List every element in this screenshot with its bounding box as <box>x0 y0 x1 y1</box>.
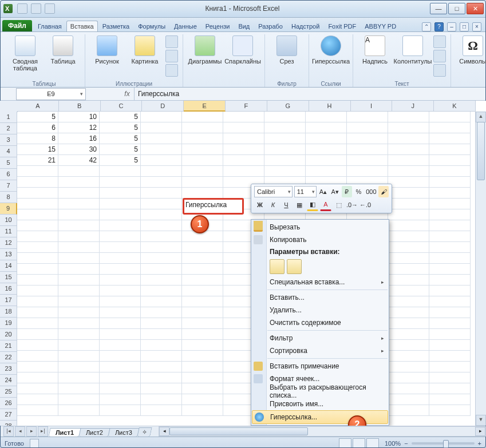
cell[interactable] <box>17 296 58 307</box>
cell[interactable] <box>388 340 429 351</box>
cell[interactable] <box>58 209 100 220</box>
cell[interactable] <box>388 307 429 318</box>
cell[interactable] <box>264 166 306 177</box>
headerfooter-button[interactable]: Колонтитулы <box>396 34 430 65</box>
accounting-format-icon[interactable]: ₽ <box>342 186 352 197</box>
horizontal-scrollbar[interactable]: ◂ ▸ <box>159 426 486 437</box>
cell[interactable]: 16 <box>58 133 100 144</box>
cell[interactable]: 5 <box>100 122 141 133</box>
cell[interactable] <box>429 242 471 253</box>
cell[interactable] <box>58 242 100 253</box>
cell[interactable] <box>141 155 182 166</box>
cell[interactable] <box>429 209 471 220</box>
ctx-clear[interactable]: Очистить содержимое <box>251 316 389 329</box>
cell[interactable] <box>100 394 141 405</box>
cell[interactable] <box>100 188 141 199</box>
cell[interactable] <box>429 155 471 166</box>
row-header[interactable]: 3 <box>0 134 17 146</box>
tab-home[interactable]: Главная <box>34 21 66 31</box>
select-all-corner[interactable] <box>0 101 18 112</box>
cell[interactable] <box>347 166 388 177</box>
cell[interactable] <box>100 329 141 340</box>
cell[interactable] <box>141 188 182 199</box>
cell[interactable] <box>182 264 223 275</box>
cell[interactable] <box>264 144 306 155</box>
cell[interactable] <box>58 329 100 340</box>
cell[interactable] <box>17 362 58 372</box>
cell[interactable] <box>388 286 429 296</box>
cell[interactable] <box>429 296 471 307</box>
row-header[interactable]: 1 <box>0 112 17 123</box>
cell[interactable] <box>182 362 223 372</box>
cell[interactable] <box>17 253 58 264</box>
cell[interactable] <box>306 112 347 122</box>
cell[interactable] <box>182 329 223 340</box>
cell[interactable] <box>388 296 429 307</box>
shrink-font-icon[interactable]: A▾ <box>330 186 340 197</box>
cell[interactable] <box>306 144 347 155</box>
cell[interactable] <box>100 296 141 307</box>
cell[interactable] <box>429 275 471 286</box>
row-header[interactable]: 20 <box>0 329 17 340</box>
cell[interactable] <box>388 362 429 372</box>
cell[interactable] <box>100 209 141 220</box>
cell[interactable] <box>429 340 471 351</box>
cell[interactable] <box>141 112 182 122</box>
cell[interactable] <box>58 296 100 307</box>
cell[interactable] <box>429 188 471 199</box>
cell[interactable] <box>388 166 429 177</box>
ctx-insert[interactable]: Вставить... <box>251 291 389 304</box>
cell[interactable]: 15 <box>17 144 58 155</box>
sheet-tab-2[interactable]: Лист2 <box>79 428 110 437</box>
macro-record-icon[interactable] <box>30 439 39 448</box>
cell[interactable] <box>100 264 141 275</box>
cell[interactable] <box>182 188 223 199</box>
new-sheet-button[interactable]: ✧ <box>137 427 152 437</box>
minimize-button[interactable]: — <box>430 3 447 14</box>
picture-button[interactable]: Рисунок <box>90 34 124 65</box>
cell[interactable] <box>306 133 347 144</box>
cell[interactable] <box>141 383 182 394</box>
cell[interactable] <box>388 220 429 231</box>
file-tab[interactable]: Файл <box>2 20 32 31</box>
cell[interactable] <box>264 155 306 166</box>
cell[interactable]: 5 <box>100 144 141 155</box>
cell[interactable] <box>100 383 141 394</box>
cell[interactable] <box>100 372 141 383</box>
cell[interactable] <box>306 166 347 177</box>
cell[interactable] <box>141 351 182 362</box>
ctx-define-name[interactable]: Присвоить имя... <box>251 398 389 410</box>
cell[interactable] <box>429 220 471 231</box>
cell[interactable] <box>429 394 471 405</box>
cell[interactable] <box>429 372 471 383</box>
cell[interactable] <box>182 286 223 296</box>
cell[interactable] <box>388 199 429 209</box>
col-header[interactable]: B <box>59 101 101 112</box>
zoom-in-button[interactable]: + <box>478 440 481 447</box>
fill-color-icon[interactable]: ◧ <box>307 199 318 211</box>
ctx-filter[interactable]: Фильтр▸ <box>251 332 389 344</box>
paste-option-2-icon[interactable] <box>287 259 302 274</box>
row-header[interactable]: 11 <box>0 226 17 237</box>
cell[interactable] <box>141 307 182 318</box>
cell[interactable] <box>17 264 58 275</box>
underline-button[interactable]: Ч <box>280 199 292 211</box>
cell[interactable] <box>223 122 264 133</box>
ctx-cut[interactable]: Вырезать <box>251 221 389 233</box>
cell[interactable] <box>429 144 471 155</box>
mdi-close-icon[interactable]: × <box>472 22 481 31</box>
cell[interactable] <box>58 394 100 405</box>
cell[interactable] <box>100 307 141 318</box>
vertical-scrollbar[interactable]: ▲ ▼ <box>475 112 486 426</box>
cell[interactable] <box>17 351 58 362</box>
cell[interactable] <box>182 383 223 394</box>
cell[interactable] <box>17 188 58 199</box>
cell[interactable] <box>388 188 429 199</box>
cell[interactable] <box>100 253 141 264</box>
cell[interactable] <box>100 275 141 286</box>
cell[interactable] <box>388 405 429 416</box>
cell[interactable] <box>388 383 429 394</box>
cell[interactable] <box>17 286 58 296</box>
selected-cell[interactable]: Гиперссылка <box>183 198 244 215</box>
cell[interactable] <box>141 209 182 220</box>
